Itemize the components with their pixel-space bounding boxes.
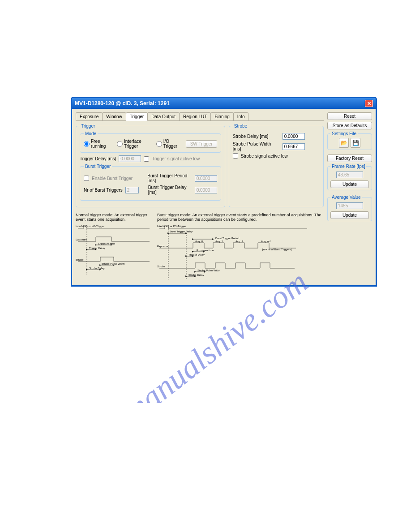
side-panel: Reset Store as Defaults Settings File 📂 … bbox=[327, 112, 372, 282]
burst-period-label: Burst Trigger Period [ms] bbox=[147, 173, 192, 183]
average-value-legend: Average Value bbox=[330, 195, 362, 200]
svg-text:Exposure: Exposure bbox=[76, 238, 87, 241]
trigger-delay-input[interactable] bbox=[119, 155, 141, 162]
titlebar: MV1-D1280-120 @ clD. 3, Serial: 1291 ✕ bbox=[72, 98, 376, 109]
svg-text:Acq. 1: Acq. 1 bbox=[215, 240, 223, 243]
svg-text:Interface - or I/O-Trigger: Interface - or I/O-Trigger bbox=[157, 225, 186, 227]
trigger-active-low-label: Trigger signal active low bbox=[152, 156, 200, 161]
mode-legend: Mode bbox=[84, 131, 98, 136]
frame-rate-update-button[interactable]: Update bbox=[330, 180, 369, 188]
svg-text:Strobe Pulse Width: Strobe Pulse Width bbox=[102, 262, 124, 265]
nr-burst-input[interactable] bbox=[125, 187, 139, 193]
tab-region-lut[interactable]: Region LUT bbox=[179, 112, 211, 120]
strobe-group: Strobe Strobe Delay [ms] Strobe Pulse Wi… bbox=[229, 124, 324, 207]
radio-iface-input[interactable] bbox=[117, 141, 123, 147]
tab-data-output[interactable]: Data Output bbox=[147, 112, 180, 120]
tab-info[interactable]: Info bbox=[233, 112, 249, 120]
burst-desc: Burst trigger mode: An external trigger … bbox=[157, 213, 324, 222]
frame-rate-input bbox=[336, 172, 363, 178]
average-value-input bbox=[336, 202, 363, 209]
tab-binning[interactable]: Binning bbox=[210, 112, 233, 120]
svg-text:Burst Trigger Period: Burst Trigger Period bbox=[215, 237, 239, 240]
store-defaults-button[interactable]: Store as Defaults bbox=[327, 122, 372, 129]
settings-file-legend: Settings File bbox=[330, 131, 358, 136]
trigger-active-low-checkbox[interactable] bbox=[144, 156, 149, 162]
svg-text:Acq. n-1: Acq. n-1 bbox=[261, 240, 271, 243]
save-file-icon[interactable]: 💾 bbox=[351, 138, 360, 148]
strobe-active-low-label: Strobe signal active low bbox=[241, 154, 288, 159]
close-icon[interactable]: ✕ bbox=[365, 100, 373, 107]
svg-text:Strobe Delay: Strobe Delay bbox=[188, 274, 204, 276]
burst-delay-label: Burst Trigger Delay [ms] bbox=[148, 185, 192, 195]
normal-timing-diagram: Interface - or I/O-Trigger Exposure Stro… bbox=[76, 223, 152, 277]
average-value-update-button[interactable]: Update bbox=[330, 211, 369, 219]
tab-strip: Exposure Window Trigger Data Output Regi… bbox=[76, 112, 324, 121]
svg-text:Exposure time: Exposure time bbox=[197, 249, 214, 252]
burst-timing-diagram: Interface - or I/O-Trigger Burst Trigger… bbox=[157, 223, 309, 282]
sw-trigger-button[interactable]: SW Trigger bbox=[186, 140, 217, 148]
svg-text:Acq. 0: Acq. 0 bbox=[195, 240, 203, 243]
nr-burst-label: Nr of Burst Triggers bbox=[84, 188, 123, 193]
enable-burst-label: Enable Burst Trigger bbox=[92, 176, 136, 181]
strobe-active-low-checkbox[interactable] bbox=[233, 153, 238, 159]
svg-text:[n = Nr of Burst Triggers]: [n = Nr of Burst Triggers] bbox=[262, 248, 292, 251]
tab-trigger[interactable]: Trigger bbox=[126, 112, 148, 121]
app-window: MV1-D1280-120 @ clD. 3, Serial: 1291 ✕ E… bbox=[71, 97, 377, 287]
strobe-pulse-label: Strobe Pulse Width [ms] bbox=[233, 142, 280, 151]
trigger-group: Trigger Mode Free running Interface Trig… bbox=[76, 124, 225, 207]
trigger-delay-label: Trigger Delay [ms] bbox=[80, 156, 116, 161]
tab-window[interactable]: Window bbox=[102, 112, 126, 120]
mode-group: Mode Free running Interface Trigger I/O … bbox=[80, 131, 221, 153]
normal-desc: Normal trigger mode: An external trigger… bbox=[76, 213, 152, 222]
strobe-legend: Strobe bbox=[233, 124, 248, 129]
svg-text:Strobe: Strobe bbox=[157, 265, 165, 268]
open-file-icon[interactable]: 📂 bbox=[339, 138, 349, 148]
settings-file-group: Settings File 📂 💾 bbox=[327, 131, 372, 150]
radio-interface-trigger[interactable]: Interface Trigger bbox=[117, 139, 151, 149]
tab-exposure[interactable]: Exposure bbox=[76, 112, 103, 120]
reset-button[interactable]: Reset bbox=[327, 112, 372, 120]
frame-rate-legend: Frame Rate [fps] bbox=[330, 164, 366, 169]
radio-io-label: I/O Trigger bbox=[163, 139, 180, 149]
window-title: MV1-D1280-120 @ clD. 3, Serial: 1291 bbox=[75, 100, 170, 107]
svg-text:Burst Trigger Delay: Burst Trigger Delay bbox=[170, 230, 193, 233]
svg-text:Strobe: Strobe bbox=[76, 258, 84, 261]
factory-reset-button[interactable]: Factory Reset bbox=[327, 154, 372, 162]
radio-free-input[interactable] bbox=[84, 141, 90, 147]
burst-trigger-group: Burst Trigger Enable Burst Trigger Burst… bbox=[80, 164, 221, 201]
enable-burst-checkbox[interactable] bbox=[84, 176, 89, 181]
frame-rate-group: Frame Rate [fps] Update bbox=[327, 164, 372, 190]
svg-text:Trigger Delay: Trigger Delay bbox=[188, 253, 205, 256]
svg-text:Acq. 2: Acq. 2 bbox=[235, 240, 244, 243]
burst-legend: Burst Trigger bbox=[84, 164, 112, 169]
average-value-group: Average Value Update bbox=[327, 195, 372, 221]
radio-io-input[interactable] bbox=[156, 141, 162, 147]
svg-text:Exposure: Exposure bbox=[157, 245, 169, 248]
svg-text:Interface - or I/O-Trigger: Interface - or I/O-Trigger bbox=[76, 225, 104, 227]
strobe-pulse-input[interactable] bbox=[283, 143, 305, 150]
trigger-legend: Trigger bbox=[80, 124, 96, 129]
radio-free-running[interactable]: Free running bbox=[84, 139, 111, 149]
radio-free-label: Free running bbox=[91, 139, 111, 149]
svg-text:Exposure time: Exposure time bbox=[98, 242, 116, 245]
svg-text:Strobe Delay: Strobe Delay bbox=[89, 267, 105, 270]
burst-period-input[interactable] bbox=[195, 175, 217, 182]
radio-iface-label: Interface Trigger bbox=[124, 139, 151, 149]
svg-text:Strobe Pulse Width: Strobe Pulse Width bbox=[197, 269, 220, 272]
strobe-delay-label: Strobe Delay [ms] bbox=[233, 134, 280, 139]
burst-delay-input[interactable] bbox=[195, 187, 217, 193]
strobe-delay-input[interactable] bbox=[283, 133, 305, 140]
svg-text:Trigger Delay: Trigger Delay bbox=[89, 247, 105, 249]
radio-io-trigger[interactable]: I/O Trigger bbox=[156, 139, 180, 149]
